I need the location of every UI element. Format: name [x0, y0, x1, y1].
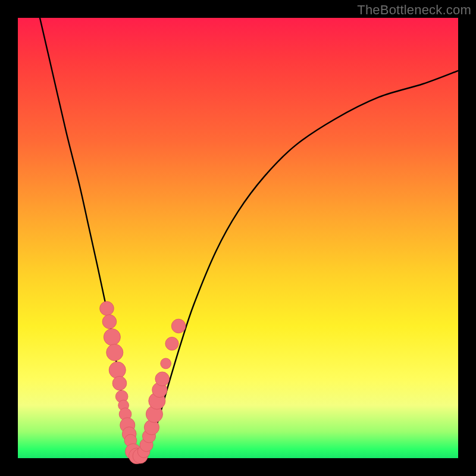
chart-frame: TheBottleneck.com: [0, 0, 476, 476]
curve-marker: [161, 358, 171, 369]
curve-marker: [100, 302, 114, 316]
curve-marker: [109, 362, 126, 378]
curve-marker: [155, 372, 170, 386]
curve-marker: [112, 376, 127, 390]
curve-marker: [165, 337, 178, 350]
curve-marker: [107, 344, 123, 361]
curve-marker: [104, 328, 120, 345]
plot-area: [18, 18, 458, 458]
curve-markers: [100, 302, 186, 464]
bottleneck-curve: [40, 18, 458, 458]
curve-layer: [18, 18, 458, 458]
curve-marker: [102, 315, 117, 329]
watermark-text: TheBottleneck.com: [357, 2, 471, 18]
curve-marker: [171, 319, 186, 333]
